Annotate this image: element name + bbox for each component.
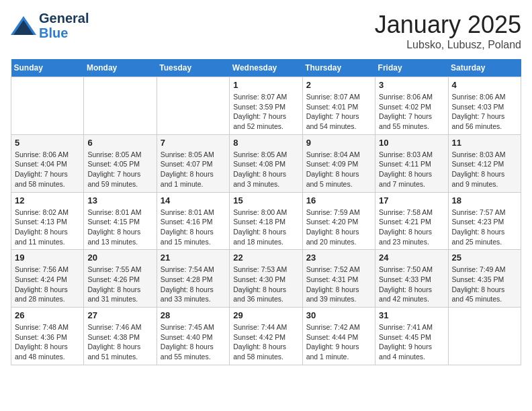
page-header: General Blue January 2025 Lubsko, Lubusz… (11, 11, 521, 51)
calendar-cell: 20Sunrise: 7:55 AM Sunset: 4:26 PM Dayli… (84, 250, 157, 308)
calendar-cell (84, 77, 157, 135)
title-block: January 2025 Lubsko, Lubusz, Poland (375, 11, 521, 51)
day-number: 27 (87, 310, 152, 320)
calendar-cell: 24Sunrise: 7:50 AM Sunset: 4:33 PM Dayli… (375, 250, 448, 308)
logo: General Blue (11, 11, 89, 40)
day-info: Sunrise: 7:57 AM Sunset: 4:23 PM Dayligh… (452, 208, 517, 247)
day-number: 29 (233, 310, 298, 320)
day-info: Sunrise: 8:03 AM Sunset: 4:11 PM Dayligh… (379, 150, 444, 189)
calendar-cell (157, 77, 229, 135)
calendar-cell: 29Sunrise: 7:44 AM Sunset: 4:42 PM Dayli… (230, 308, 302, 365)
calendar-cell: 9Sunrise: 8:04 AM Sunset: 4:09 PM Daylig… (302, 134, 375, 192)
day-number: 30 (306, 310, 371, 320)
day-info: Sunrise: 7:48 AM Sunset: 4:36 PM Dayligh… (15, 322, 80, 362)
day-info: Sunrise: 7:58 AM Sunset: 4:21 PM Dayligh… (379, 208, 444, 247)
day-info: Sunrise: 7:59 AM Sunset: 4:20 PM Dayligh… (306, 208, 371, 247)
day-number: 23 (306, 253, 371, 263)
calendar-week-row: 5Sunrise: 8:06 AM Sunset: 4:04 PM Daylig… (11, 134, 521, 192)
day-info: Sunrise: 7:42 AM Sunset: 4:44 PM Dayligh… (306, 322, 371, 362)
day-info: Sunrise: 8:01 AM Sunset: 4:16 PM Dayligh… (161, 208, 226, 247)
day-number: 22 (233, 253, 298, 263)
day-number: 9 (306, 138, 371, 148)
day-info: Sunrise: 8:05 AM Sunset: 4:07 PM Dayligh… (161, 150, 226, 189)
day-number: 21 (161, 253, 226, 263)
calendar-subtitle: Lubsko, Lubusz, Poland (375, 39, 521, 51)
calendar-cell: 1Sunrise: 8:07 AM Sunset: 3:59 PM Daylig… (230, 77, 302, 135)
day-number: 24 (379, 253, 444, 263)
day-info: Sunrise: 8:05 AM Sunset: 4:05 PM Dayligh… (87, 150, 152, 189)
weekday-header: Tuesday (157, 59, 229, 77)
day-info: Sunrise: 7:46 AM Sunset: 4:38 PM Dayligh… (87, 322, 152, 362)
weekday-header: Saturday (448, 59, 521, 77)
day-number: 2 (306, 80, 371, 90)
day-number: 7 (161, 138, 226, 148)
weekday-header: Monday (84, 59, 157, 77)
day-number: 14 (161, 195, 226, 205)
calendar-cell: 16Sunrise: 7:59 AM Sunset: 4:20 PM Dayli… (302, 192, 375, 250)
day-number: 6 (87, 138, 152, 148)
calendar-cell (448, 308, 521, 365)
calendar-cell: 26Sunrise: 7:48 AM Sunset: 4:36 PM Dayli… (11, 308, 84, 365)
calendar-cell: 27Sunrise: 7:46 AM Sunset: 4:38 PM Dayli… (84, 308, 157, 365)
calendar-week-row: 19Sunrise: 7:56 AM Sunset: 4:24 PM Dayli… (11, 250, 521, 308)
day-info: Sunrise: 8:02 AM Sunset: 4:13 PM Dayligh… (15, 208, 80, 247)
day-number: 1 (233, 80, 298, 90)
day-info: Sunrise: 7:41 AM Sunset: 4:45 PM Dayligh… (379, 322, 444, 362)
calendar-cell: 21Sunrise: 7:54 AM Sunset: 4:28 PM Dayli… (157, 250, 229, 308)
calendar-cell: 18Sunrise: 7:57 AM Sunset: 4:23 PM Dayli… (448, 192, 521, 250)
calendar-cell: 19Sunrise: 7:56 AM Sunset: 4:24 PM Dayli… (11, 250, 84, 308)
day-number: 8 (233, 138, 298, 148)
day-info: Sunrise: 7:55 AM Sunset: 4:26 PM Dayligh… (87, 265, 152, 304)
calendar-cell: 31Sunrise: 7:41 AM Sunset: 4:45 PM Dayli… (375, 308, 448, 365)
day-info: Sunrise: 7:56 AM Sunset: 4:24 PM Dayligh… (15, 265, 80, 304)
calendar-cell: 3Sunrise: 8:06 AM Sunset: 4:02 PM Daylig… (375, 77, 448, 135)
logo-blue: Blue (39, 26, 89, 40)
calendar-cell: 2Sunrise: 8:07 AM Sunset: 4:01 PM Daylig… (302, 77, 375, 135)
day-number: 15 (233, 195, 298, 205)
calendar-cell: 23Sunrise: 7:52 AM Sunset: 4:31 PM Dayli… (302, 250, 375, 308)
day-info: Sunrise: 8:07 AM Sunset: 3:59 PM Dayligh… (233, 92, 298, 132)
day-number: 25 (452, 253, 517, 263)
calendar-week-row: 12Sunrise: 8:02 AM Sunset: 4:13 PM Dayli… (11, 192, 521, 250)
calendar-cell: 15Sunrise: 8:00 AM Sunset: 4:18 PM Dayli… (230, 192, 302, 250)
day-number: 31 (379, 310, 444, 320)
day-number: 28 (161, 310, 226, 320)
calendar-week-row: 1Sunrise: 8:07 AM Sunset: 3:59 PM Daylig… (11, 77, 521, 135)
day-info: Sunrise: 8:00 AM Sunset: 4:18 PM Dayligh… (233, 208, 298, 247)
calendar-cell: 14Sunrise: 8:01 AM Sunset: 4:16 PM Dayli… (157, 192, 229, 250)
day-info: Sunrise: 8:01 AM Sunset: 4:15 PM Dayligh… (87, 208, 152, 247)
calendar-cell: 4Sunrise: 8:06 AM Sunset: 4:03 PM Daylig… (448, 77, 521, 135)
day-info: Sunrise: 8:06 AM Sunset: 4:04 PM Dayligh… (15, 150, 80, 189)
calendar-cell (11, 77, 84, 135)
day-info: Sunrise: 7:49 AM Sunset: 4:35 PM Dayligh… (452, 265, 517, 304)
day-info: Sunrise: 8:06 AM Sunset: 4:02 PM Dayligh… (379, 92, 444, 132)
day-info: Sunrise: 7:54 AM Sunset: 4:28 PM Dayligh… (161, 265, 226, 304)
weekday-header: Sunday (11, 59, 84, 77)
calendar-cell: 13Sunrise: 8:01 AM Sunset: 4:15 PM Dayli… (84, 192, 157, 250)
calendar-cell: 25Sunrise: 7:49 AM Sunset: 4:35 PM Dayli… (448, 250, 521, 308)
day-number: 17 (379, 195, 444, 205)
calendar-cell: 30Sunrise: 7:42 AM Sunset: 4:44 PM Dayli… (302, 308, 375, 365)
calendar-cell: 11Sunrise: 8:03 AM Sunset: 4:12 PM Dayli… (448, 134, 521, 192)
day-number: 19 (15, 253, 80, 263)
day-info: Sunrise: 8:03 AM Sunset: 4:12 PM Dayligh… (452, 150, 517, 189)
calendar-cell: 7Sunrise: 8:05 AM Sunset: 4:07 PM Daylig… (157, 134, 229, 192)
day-info: Sunrise: 7:52 AM Sunset: 4:31 PM Dayligh… (306, 265, 371, 304)
weekday-header: Thursday (302, 59, 375, 77)
day-number: 4 (452, 80, 517, 90)
day-number: 26 (15, 310, 80, 320)
logo-icon (11, 16, 36, 35)
day-number: 12 (15, 195, 80, 205)
calendar-title: January 2025 (375, 11, 521, 39)
day-number: 16 (306, 195, 371, 205)
calendar-cell: 17Sunrise: 7:58 AM Sunset: 4:21 PM Dayli… (375, 192, 448, 250)
day-number: 5 (15, 138, 80, 148)
day-number: 11 (452, 138, 517, 148)
day-info: Sunrise: 7:50 AM Sunset: 4:33 PM Dayligh… (379, 265, 444, 304)
day-info: Sunrise: 8:07 AM Sunset: 4:01 PM Dayligh… (306, 92, 371, 132)
day-info: Sunrise: 7:53 AM Sunset: 4:30 PM Dayligh… (233, 265, 298, 304)
calendar-cell: 12Sunrise: 8:02 AM Sunset: 4:13 PM Dayli… (11, 192, 84, 250)
day-info: Sunrise: 8:04 AM Sunset: 4:09 PM Dayligh… (306, 150, 371, 189)
weekday-header: Wednesday (230, 59, 302, 77)
day-info: Sunrise: 7:45 AM Sunset: 4:40 PM Dayligh… (161, 322, 226, 362)
